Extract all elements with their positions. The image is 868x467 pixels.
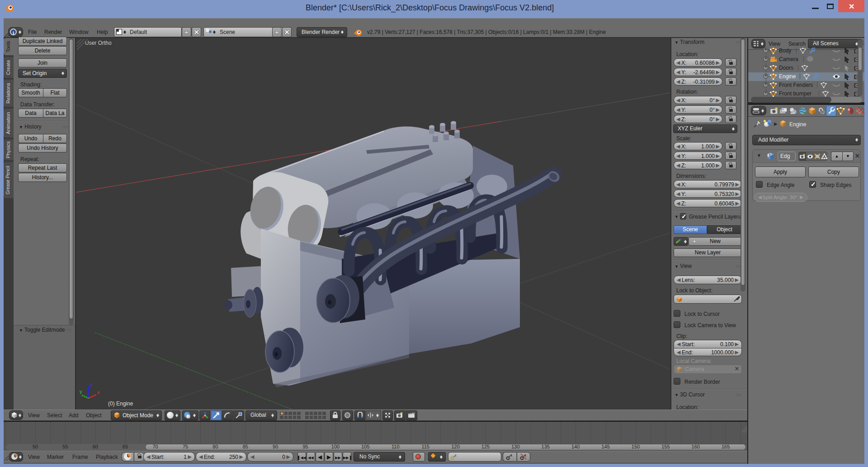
svg-text:x: x — [97, 390, 100, 395]
svg-text:z: z — [90, 382, 92, 387]
svg-text:y: y — [80, 389, 82, 394]
